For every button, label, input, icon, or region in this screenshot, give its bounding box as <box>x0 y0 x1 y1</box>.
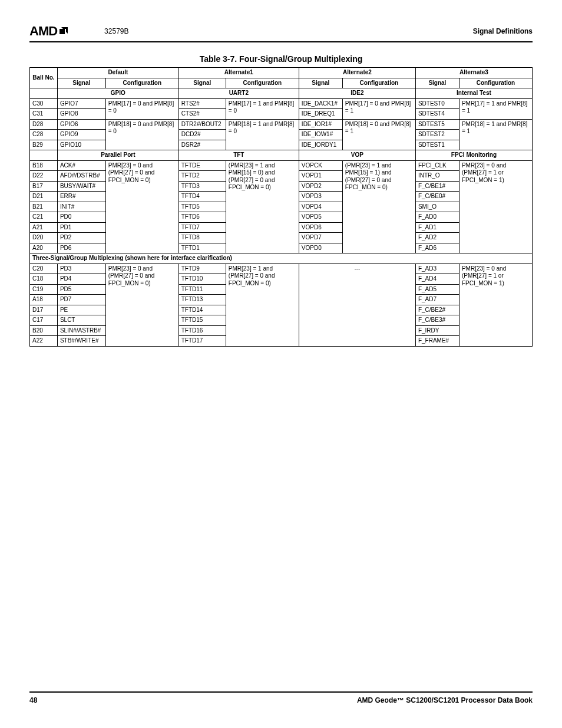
group2-alt1: TFT <box>178 150 299 161</box>
multiplexing-table: Ball No. Default Alternate1 Alternate2 A… <box>29 67 533 347</box>
page-header: AMD 32579B Signal Definitions <box>29 24 533 42</box>
table-row: C20 PD3 PMR[23] = 0 and (PMR[27] = 0 and… <box>30 263 533 274</box>
col-alt2-signal: Signal <box>299 78 342 88</box>
group1-alt3: Internal Test <box>415 88 532 99</box>
brand-text: AMD <box>29 24 57 39</box>
col-alt1-signal: Signal <box>178 78 226 88</box>
group1-default: GPIO <box>57 88 178 99</box>
header-row-1: Ball No. Default Alternate1 Alternate2 A… <box>30 68 533 78</box>
brand-logo: AMD <box>29 24 69 39</box>
doc-number: 32579B <box>104 27 128 35</box>
table-caption: Table 3-7. Four-Signal/Group Multiplexin… <box>29 54 533 64</box>
col-default-signal: Signal <box>57 78 105 88</box>
group1-header: GPIO UART2 IDE2 Internal Test <box>30 88 533 99</box>
book-title: AMD Geode™ SC1200/SC1201 Processor Data … <box>357 696 533 704</box>
col-default-group: Default <box>57 68 178 78</box>
section-note-row: Three-Signal/Group Multiplexing (shown h… <box>30 253 533 264</box>
section-title: Signal Definitions <box>473 27 533 35</box>
col-alt2-group: Alternate2 <box>299 68 415 78</box>
col-alt1-group: Alternate1 <box>178 68 299 78</box>
page-number: 48 <box>29 696 37 704</box>
group2-alt2: VOP <box>299 150 415 161</box>
brand-arrow-icon <box>58 26 69 37</box>
group1-alt1: UART2 <box>178 88 299 99</box>
col-alt3-group: Alternate3 <box>415 68 532 78</box>
col-ball: Ball No. <box>30 68 58 88</box>
col-default-config: Configuration <box>105 78 178 88</box>
col-alt3-signal: Signal <box>415 78 459 88</box>
group1-alt2: IDE2 <box>299 88 415 99</box>
table-row: C30 GPIO7 PMR[17] = 0 and PMR[8] = 0 RTS… <box>30 98 533 109</box>
col-alt1-config: Configuration <box>226 78 299 88</box>
section-note: Three-Signal/Group Multiplexing (shown h… <box>30 253 533 264</box>
group2-alt3: FPCI Monitoring <box>415 150 532 161</box>
table-row: B18 ACK# PMR[23] = 0 and (PMR[27] = 0 an… <box>30 160 533 171</box>
header-row-2: Signal Configuration Signal Configuratio… <box>30 78 533 88</box>
page-footer: 48 AMD Geode™ SC1200/SC1201 Processor Da… <box>29 691 533 704</box>
group2-default: Parallel Port <box>57 150 178 161</box>
col-alt2-config: Configuration <box>342 78 415 88</box>
table-row: D28 GPIO6 PMR[18] = 0 and PMR[8] = 0 DTR… <box>30 119 533 130</box>
col-alt3-config: Configuration <box>459 78 532 88</box>
group2-header: Parallel Port TFT VOP FPCI Monitoring <box>30 150 533 161</box>
